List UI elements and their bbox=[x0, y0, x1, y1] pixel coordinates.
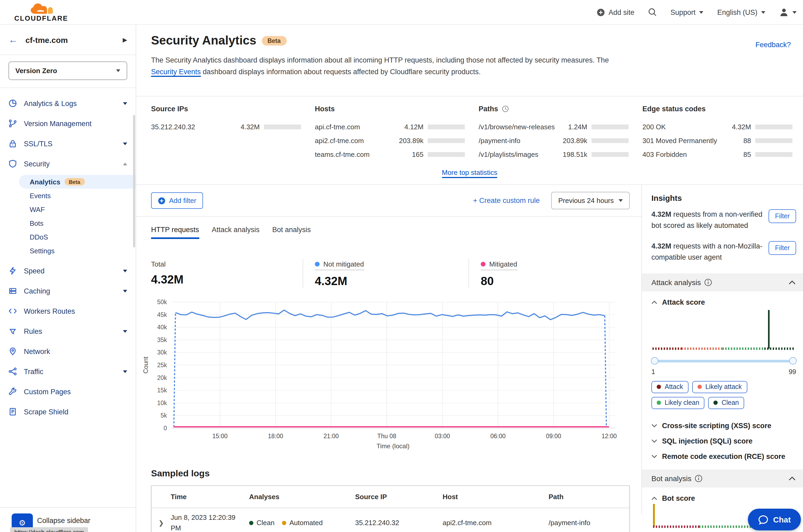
sidebar-item-bots[interactable]: Bots bbox=[19, 216, 136, 230]
status-url-tooltip: https://dash.cloudflare.com bbox=[10, 527, 88, 532]
slider-max-label: 99 bbox=[789, 368, 796, 376]
cloudflare-logo[interactable]: CLOUDFLARE bbox=[14, 3, 68, 22]
page-title: Security Analytics bbox=[151, 33, 256, 48]
stat-bar bbox=[592, 152, 629, 156]
svg-text:0: 0 bbox=[164, 425, 167, 432]
insight-filter-button[interactable]: Filter bbox=[768, 209, 796, 223]
status-dot bbox=[249, 520, 254, 525]
slider-handle-max[interactable] bbox=[789, 357, 797, 364]
sidebar-item-waf[interactable]: WAF bbox=[19, 203, 136, 216]
svg-text:Thu 08: Thu 08 bbox=[377, 433, 396, 439]
sidebar-item-workers-routes[interactable]: Workers Routes bbox=[0, 301, 136, 321]
slider-handle-min[interactable] bbox=[651, 357, 658, 364]
attack-analysis-header[interactable]: Attack analysis bbox=[642, 273, 803, 291]
stat-row[interactable]: /v1/playlists/images198.51k bbox=[479, 147, 629, 161]
search-icon[interactable] bbox=[648, 8, 657, 16]
chevron-up-icon bbox=[123, 163, 127, 165]
sidebar-item-settings[interactable]: Settings bbox=[19, 244, 136, 258]
time-range-select[interactable]: Previous 24 hours bbox=[551, 192, 630, 209]
column-header-path: Path bbox=[548, 493, 629, 501]
sidebar-item-ssl-tls[interactable]: SSL/TLS bbox=[0, 134, 136, 154]
more-top-statistics-link[interactable]: More top statistics bbox=[442, 169, 498, 178]
sidebar-item-network[interactable]: Network bbox=[0, 341, 136, 361]
stat-row[interactable]: /v1/browse/new-releases1.24M bbox=[479, 120, 629, 134]
sidebar-item-events[interactable]: Events bbox=[19, 189, 136, 203]
stat-column-paths: Paths /v1/browse/new-releases1.24M/payme… bbox=[479, 105, 629, 161]
svg-text:Count: Count bbox=[142, 357, 149, 374]
sidebar-scrollbar[interactable] bbox=[133, 115, 135, 247]
collapse-sidebar-button[interactable]: Collapse sidebar bbox=[37, 517, 90, 525]
chevron-down-icon bbox=[651, 424, 657, 428]
stat-row[interactable]: 35.212.240.324.32M bbox=[151, 120, 301, 134]
sidebar-item-caching[interactable]: Caching bbox=[0, 281, 136, 301]
stat-row[interactable]: 403 Forbidden85 bbox=[642, 147, 792, 161]
sidebar-item-analytics-logs[interactable]: Analytics & Logs bbox=[0, 93, 136, 113]
total-total: Total4.32M bbox=[151, 259, 303, 288]
sidebar-item-ddos[interactable]: DDoS bbox=[19, 230, 136, 244]
score-chip-likely-clean[interactable]: Likely clean bbox=[651, 397, 705, 409]
chat-button[interactable]: Chat bbox=[748, 509, 801, 530]
add-site-button[interactable]: Add site bbox=[597, 8, 634, 16]
version-select[interactable]: Version Zero bbox=[8, 61, 127, 80]
attack-score-toggle[interactable]: Attack score bbox=[651, 298, 796, 306]
site-name: cf-tme.com bbox=[25, 35, 115, 44]
attack-score-slider[interactable] bbox=[651, 356, 796, 366]
create-custom-rule-link[interactable]: + Create custom rule bbox=[473, 196, 540, 205]
table-row[interactable]: ❯Jun 8, 2023 12:20:39PMCleanAutomated35.… bbox=[152, 508, 629, 532]
score-chip-attack[interactable]: Attack bbox=[651, 381, 689, 393]
svg-text:30k: 30k bbox=[157, 349, 167, 356]
insight-filter-button[interactable]: Filter bbox=[768, 241, 796, 255]
chevron-down-icon bbox=[123, 102, 127, 104]
security-events-link[interactable]: Security Events bbox=[151, 68, 201, 77]
account-menu[interactable] bbox=[779, 7, 797, 17]
section-toggle-cross-site-scripting-xss-score[interactable]: Cross-site scripting (XSS) score bbox=[651, 418, 796, 433]
score-chip-likely-attack[interactable]: Likely attack bbox=[692, 381, 747, 393]
beta-badge: Beta bbox=[262, 36, 286, 45]
slider-min-label: 1 bbox=[651, 368, 655, 376]
tab-attack-analysis[interactable]: Attack analysis bbox=[212, 226, 259, 239]
feedback-link[interactable]: Feedback? bbox=[755, 41, 791, 49]
status-dot bbox=[282, 520, 286, 525]
stat-row[interactable]: 301 Moved Permanently88 bbox=[642, 134, 792, 147]
sidebar-item-traffic[interactable]: Traffic bbox=[0, 361, 136, 381]
sidebar-item-version-management[interactable]: Version Management bbox=[0, 113, 136, 134]
tab-http-requests[interactable]: HTTP requests bbox=[151, 226, 199, 239]
sidebar-item-scrape-shield[interactable]: Scrape Shield bbox=[0, 402, 136, 422]
stat-row[interactable]: teams.cf-tme.com165 bbox=[315, 147, 465, 161]
slider-track bbox=[655, 360, 793, 362]
branch-icon bbox=[8, 119, 17, 128]
sidebar-item-analytics[interactable]: AnalyticsBeta bbox=[19, 175, 136, 189]
language-menu[interactable]: English (US) bbox=[717, 8, 765, 16]
svg-text:45k: 45k bbox=[157, 311, 167, 318]
svg-text:12:00: 12:00 bbox=[602, 433, 617, 439]
stat-bar bbox=[755, 152, 792, 156]
stat-row[interactable]: 200 OK4.32M bbox=[642, 120, 792, 134]
chevron-up-icon bbox=[789, 280, 796, 284]
sidebar-item-custom-pages[interactable]: Custom Pages bbox=[0, 381, 136, 402]
expand-row-icon[interactable]: ❯ bbox=[152, 519, 171, 527]
filter-bar: Add filter + Create custom rule Previous… bbox=[136, 185, 641, 217]
site-expand-icon[interactable]: ▶ bbox=[123, 36, 127, 43]
stat-row[interactable]: api2.cf-tme.com203.89k bbox=[315, 134, 465, 147]
analytics-tabs: HTTP requestsAttack analysisBot analysis bbox=[136, 217, 641, 239]
support-menu[interactable]: Support bbox=[671, 8, 704, 16]
stat-bar bbox=[264, 124, 301, 129]
back-arrow-icon[interactable]: ← bbox=[8, 35, 18, 44]
bot-score-toggle[interactable]: Bot score bbox=[651, 494, 796, 502]
tab-bot-analysis[interactable]: Bot analysis bbox=[272, 226, 311, 239]
sidebar-item-speed[interactable]: Speed bbox=[0, 261, 136, 281]
score-chip-clean[interactable]: Clean bbox=[708, 397, 744, 409]
stat-row[interactable]: api.cf-tme.com4.12M bbox=[315, 120, 465, 134]
stat-bar bbox=[592, 138, 629, 143]
add-filter-button[interactable]: Add filter bbox=[151, 192, 203, 209]
http-requests-chart[interactable]: 05k10k15k20k25k30k35k40k45k50k15:0018:00… bbox=[141, 296, 641, 457]
sidebar-item-security[interactable]: Security bbox=[0, 154, 136, 174]
svg-text:35k: 35k bbox=[157, 337, 167, 343]
svg-text:18:00: 18:00 bbox=[268, 433, 283, 439]
section-toggle-remote-code-execution-rce-score[interactable]: Remote code execution (RCE) score bbox=[651, 449, 796, 464]
stat-row[interactable]: /payment-info203.89k bbox=[479, 134, 629, 147]
sidebar-item-rules[interactable]: Rules bbox=[0, 321, 136, 341]
legend-dot bbox=[657, 385, 661, 389]
bot-analysis-header[interactable]: Bot analysis bbox=[642, 469, 803, 487]
section-toggle-sql-injection-sqli-score[interactable]: SQL injection (SQLi) score bbox=[651, 433, 796, 449]
